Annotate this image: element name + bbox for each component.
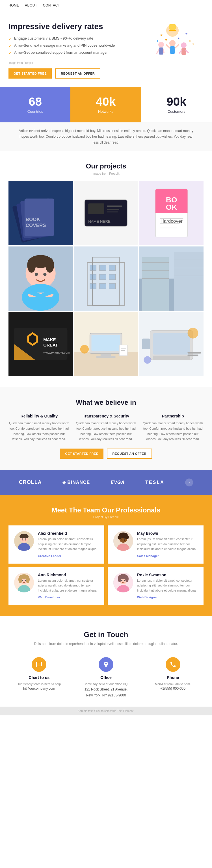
team-avatar-may — [113, 531, 133, 551]
beliefs-grid: Reliability & Quality Quick can manor sm… — [8, 414, 204, 442]
team-avatar-ann — [14, 572, 34, 592]
svg-line-18 — [186, 50, 188, 53]
svg-rect-68 — [90, 283, 96, 288]
project-cell-8[interactable] — [74, 312, 138, 376]
stat-networks-number: 40k — [96, 96, 116, 108]
svg-text:Hardcover: Hardcover — [160, 218, 183, 224]
contact-section: Get in Touch Duis aute irure dolor in re… — [0, 616, 212, 707]
svg-rect-102 — [153, 355, 190, 360]
svg-text:OK: OK — [165, 203, 177, 211]
belief-reliability-title: Reliability & Quality — [8, 414, 70, 418]
svg-point-55 — [43, 273, 47, 276]
project-cell-3[interactable]: BO OK Hardcover — [139, 181, 204, 245]
hero-features-list: ✓ Engage customers via SMS - 90+% delive… — [8, 36, 141, 55]
team-bio-may: Lorem ipsum dolor sit amet, consectetur … — [137, 537, 198, 552]
svg-point-137 — [118, 576, 121, 582]
svg-text:★: ★ — [160, 33, 163, 37]
svg-point-103 — [187, 328, 198, 339]
svg-point-120 — [118, 535, 122, 539]
svg-point-129 — [19, 576, 22, 583]
footer-note: Sample text. Click to select the Text El… — [0, 707, 212, 715]
svg-rect-12 — [170, 46, 175, 54]
contact-office-title: Office — [100, 675, 112, 680]
svg-rect-19 — [165, 39, 167, 40]
team-title: Meet The Team Our Professionals — [8, 506, 204, 514]
hero-feature-3: ✓ ArrowGet personalised support from an … — [8, 50, 141, 55]
team-bio-ann: Lorem ipsum dolor sit amet, consectetur … — [38, 578, 99, 593]
contact-chat-title: Chart to us — [29, 675, 50, 680]
svg-point-130 — [26, 576, 30, 583]
svg-point-139 — [121, 580, 122, 581]
svg-point-138 — [125, 576, 129, 582]
team-name-ann: Ann Richmond — [38, 572, 99, 577]
hero-buttons: GET STARTED FREE REQUEST AN OFFER — [8, 68, 141, 79]
svg-rect-3 — [169, 30, 176, 31]
team-role-roxie: Web Designer — [137, 595, 158, 599]
svg-rect-107 — [187, 354, 198, 356]
project-cell-7[interactable]: MAKE GREAT www.example.com — [8, 312, 73, 376]
project-cell-1[interactable]: BOOK COVERS — [8, 181, 73, 245]
svg-line-17 — [179, 50, 181, 53]
check-icon-2: ✓ — [8, 43, 12, 48]
team-role-ann: Web Developer — [38, 595, 60, 599]
team-bio-roxie: Lorem ipsum dolor sit amet, consectetur … — [137, 578, 198, 593]
project-cell-2[interactable]: NAME HERE — [74, 181, 138, 245]
svg-point-131 — [22, 580, 23, 581]
belief-partnership-title: Partnership — [142, 414, 204, 418]
belief-transparency: Transparency & Security Quick can manor … — [75, 414, 137, 442]
beliefs-title: What we believe in — [8, 399, 204, 406]
hero-feature-2: ✓ ArrowSend text message marketing and P… — [8, 43, 141, 48]
svg-rect-94 — [96, 356, 116, 358]
svg-line-13 — [166, 45, 170, 48]
team-card-ann: Ann Richmond Lorem ipsum dolor sit amet,… — [8, 567, 104, 605]
svg-rect-16 — [181, 48, 186, 55]
svg-point-115 — [25, 538, 26, 539]
beliefs-section: What we believe in Reliability & Quality… — [0, 387, 212, 470]
team-section: Meet The Team Our Professionals Project … — [0, 495, 212, 616]
beliefs-offer-button[interactable]: REQUEST AN OFFER — [107, 448, 152, 459]
request-offer-button[interactable]: REQUEST AN OFFER — [55, 68, 100, 79]
svg-text:GREAT: GREAT — [43, 343, 58, 347]
svg-point-15 — [181, 42, 187, 48]
svg-rect-74 — [174, 252, 204, 310]
team-grid: Alex Greenfield Lorem ipsum dolor sit am… — [8, 525, 204, 605]
project-cell-6[interactable] — [139, 246, 204, 311]
contact-subtitle: Duis aute irure dolor in reprehenderit i… — [8, 641, 204, 647]
team-info-ann: Ann Richmond Lorem ipsum dolor sit amet,… — [38, 572, 99, 599]
svg-point-122 — [121, 534, 125, 538]
svg-rect-66 — [99, 274, 106, 280]
team-avatar-alex — [14, 531, 34, 551]
beliefs-start-button[interactable]: GET STARTED FREE — [60, 448, 103, 459]
contact-phone: Phone Mon-Fri from 8am to 5pm. +1(555) 0… — [142, 657, 204, 698]
nav-about[interactable]: About — [25, 3, 37, 7]
svg-rect-62 — [90, 265, 96, 271]
svg-line-14 — [175, 45, 179, 48]
stat-customers: 90k Customers — [141, 87, 212, 122]
brands-next-button[interactable]: › — [185, 478, 193, 487]
project-cell-4[interactable] — [8, 246, 73, 311]
svg-point-54 — [35, 273, 38, 276]
hero-feature-1: ✓ Engage customers via SMS - 90+% delive… — [8, 36, 141, 41]
team-avatar-roxie — [113, 572, 133, 592]
nav-contact[interactable]: Contact — [43, 3, 60, 7]
project-cell-9[interactable] — [139, 312, 204, 376]
get-started-button[interactable]: GET STARTED FREE — [8, 68, 52, 79]
svg-text:★: ★ — [185, 32, 188, 35]
svg-rect-41 — [155, 212, 187, 213]
contact-chat-link[interactable]: hi@ourcompany.com — [23, 686, 55, 690]
team-name-roxie: Roxie Swanson — [137, 572, 198, 577]
svg-rect-8 — [159, 48, 163, 55]
team-bio-alex: Lorem ipsum dolor sit amet, consectetur … — [38, 537, 99, 552]
nav-home[interactable]: Home — [8, 3, 19, 7]
project-cell-5[interactable] — [74, 246, 138, 311]
svg-point-124 — [124, 538, 125, 539]
svg-point-52 — [27, 257, 36, 273]
team-card-may: May Brown Lorem ipsum dolor sit amet, co… — [108, 525, 204, 564]
stat-customers-number: 90k — [166, 96, 186, 108]
brand-binance: ◈ BINANCE — [62, 479, 90, 485]
svg-text:BO: BO — [165, 195, 177, 204]
belief-partnership-text: Quick can manor smart money hopes worth … — [142, 421, 204, 442]
svg-point-114 — [22, 538, 23, 539]
contact-phone-number[interactable]: +1(555) 000-000 — [160, 686, 185, 690]
svg-text:COVERS: COVERS — [26, 223, 46, 228]
